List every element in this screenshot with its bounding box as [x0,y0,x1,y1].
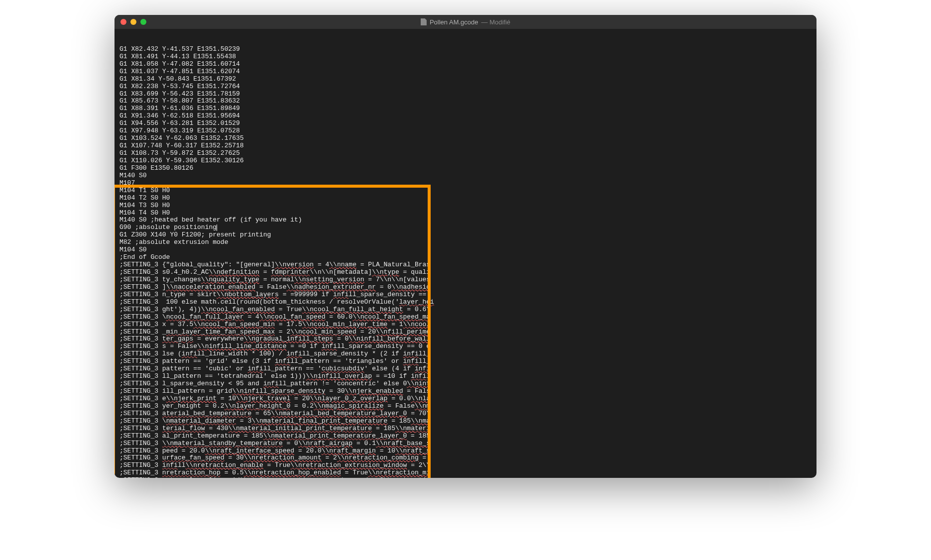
code-line[interactable]: ;SETTING_3 ill_pattern = grid\\ninfill_s… [119,388,812,395]
code-line[interactable]: G1 X81.058 Y-47.082 E1351.60714 [119,61,812,68]
code-line[interactable]: G1 X103.524 Y-62.063 E1352.17635 [119,135,812,142]
code-line[interactable]: ;SETTING_3 n_travel = =line_width * 2\\n… [119,477,812,478]
code-line[interactable]: G90 ;absolute positioning [119,224,812,231]
code-line[interactable]: G1 X107.748 Y-60.317 E1352.25718 [119,142,812,150]
code-line[interactable]: G1 X97.948 Y-63.319 E1352.07528 [119,127,812,135]
code-line[interactable]: M104 T3 S0 H0 [119,202,812,210]
code-line[interactable]: M140 S0 [119,172,812,180]
code-line[interactable]: G1 X85.673 Y-58.807 E1351.83632 [119,98,812,105]
minimize-button[interactable] [130,19,136,25]
modified-indicator: — Modifié [481,18,511,26]
close-button[interactable] [120,19,126,25]
code-line[interactable]: ;SETTING_3 terial_flow = 430\\nmaterial_… [119,425,812,433]
code-line[interactable]: M82 ;absolute extrusion mode [119,239,812,246]
filename-label: Pollen AM.gcode [430,18,478,26]
code-line[interactable]: ;SETTING_3 ]\\nacceleration_enabled = Fa… [119,284,812,291]
code-line[interactable]: ;SETTING_3 ty_changes\\nquality_type = n… [119,276,812,284]
code-line[interactable]: M104 T1 S0 H0 [119,187,812,195]
code-line[interactable]: ;SETTING_3 aterial_bed_temperature = 65\… [119,410,812,418]
code-line[interactable]: M107 [119,180,812,187]
code-line[interactable]: ;SETTING_3 lse (infill_line_width * 100)… [119,350,812,358]
code-line[interactable]: ;SETTING_3 ter_gaps = everywhere\\ngradu… [119,336,812,343]
code-line[interactable]: ;SETTING_3 {"global_quality": "[general]… [119,261,812,269]
code-line[interactable]: ;SETTING_3 peed = 20.0\\nraft_interface_… [119,448,812,455]
code-line[interactable]: G1 X88.391 Y-61.036 E1351.89849 [119,105,812,112]
code-line[interactable]: ;SETTING_3 s = False\\ninfill_line_dista… [119,343,812,350]
code-line[interactable]: ;SETTING_3 _min_layer_time_fan_speed_max… [119,329,812,336]
code-line[interactable]: ;SETTING_3 ght'), 4))\\ncool_fan_enabled… [119,306,812,314]
code-content[interactable]: G1 X82.432 Y-41.537 E1351.50239G1 X81.49… [119,46,812,478]
code-line[interactable]: ;SETTING_3 e\\njerk_print = 10\\njerk_tr… [119,395,812,403]
code-editor[interactable]: G1 X82.432 Y-41.537 E1351.50239G1 X81.49… [115,29,816,478]
code-line[interactable]: ;SETTING_3 l_sparse_density < 95 and inf… [119,380,812,388]
code-line[interactable]: ;End of Gcode [119,254,812,261]
code-line[interactable]: ;SETTING_3 nretraction_hop = 0.5\\nretra… [119,469,812,477]
code-line[interactable]: G1 X108.73 Y-59.872 E1352.27625 [119,150,812,157]
code-line[interactable]: G1 X81.037 Y-47.851 E1351.62074 [119,68,812,76]
code-line[interactable]: ;SETTING_3 yer_height = 0.2\\nlayer_heig… [119,403,812,410]
code-line[interactable]: G1 X81.34 Y-50.843 E1351.67392 [119,76,812,83]
document-icon [421,18,427,25]
code-line[interactable]: M104 T2 S0 H0 [119,195,812,202]
code-line[interactable]: M104 T4 S0 H0 [119,210,812,217]
code-line[interactable]: ;SETTING_3 \ncool_fan_full_layer = 4\\nc… [119,314,812,321]
code-line[interactable]: ;SETTING_3 n_type = skirt\\nbottom_layer… [119,291,812,299]
window-title: Pollen AM.gcode — Modifié [120,18,811,26]
code-line[interactable]: G1 X82.238 Y-53.745 E1351.72764 [119,83,812,91]
code-line[interactable]: ;SETTING_3 ll_pattern == 'tetrahedral' e… [119,373,812,380]
text-editor-window: Pollen AM.gcode — Modifié G1 X82.432 Y-4… [115,15,816,478]
code-line[interactable]: G1 X81.491 Y-44.13 E1351.55438 [119,53,812,61]
code-line[interactable]: M104 S0 [119,246,812,254]
titlebar[interactable]: Pollen AM.gcode — Modifié [115,15,816,29]
code-line[interactable]: ;SETTING_3 infill\\nretraction_enable = … [119,462,812,469]
window-controls [120,19,146,25]
code-line[interactable]: G1 X110.026 Y-59.306 E1352.30126 [119,157,812,165]
code-line[interactable]: ;SETTING_3 100 else math.ceil(round(bott… [119,299,812,306]
code-line[interactable]: G1 X91.346 Y-62.518 E1351.95694 [119,112,812,120]
code-line[interactable]: ;SETTING_3 \nmaterial_diameter = 3\\nmat… [119,418,812,425]
maximize-button[interactable] [140,19,146,25]
code-line[interactable]: ;SETTING_3 x = 37.5\\ncool_fan_speed_min… [119,321,812,329]
code-line[interactable]: ;SETTING_3 s0.4_h0.2_AC\\ndefinition = f… [119,269,812,276]
code-line[interactable]: M140 S0 ;heated bed heater off (if you h… [119,217,812,224]
code-line[interactable]: ;SETTING_3 urface_fan_speed = 30\\nretra… [119,454,812,462]
code-line[interactable]: G1 Z300 X140 Y0 F1200; present printing [119,231,812,239]
code-line[interactable]: G1 X94.556 Y-63.281 E1352.01529 [119,120,812,127]
code-line[interactable]: ;SETTING_3 \\nmaterial_standby_temperatu… [119,440,812,448]
code-line[interactable]: ;SETTING_3 al_print_temperature = 185\\n… [119,433,812,440]
code-line[interactable]: G1 X82.432 Y-41.537 E1351.50239 [119,46,812,53]
code-line[interactable]: G1 X83.699 Y-56.423 E1351.78159 [119,91,812,98]
code-line[interactable]: G1 F300 E1350.80126 [119,165,812,172]
code-line[interactable]: ;SETTING_3 pattern == 'cubic' or infill_… [119,365,812,373]
code-line[interactable]: ;SETTING_3 pattern == 'grid' else (3 if … [119,358,812,365]
